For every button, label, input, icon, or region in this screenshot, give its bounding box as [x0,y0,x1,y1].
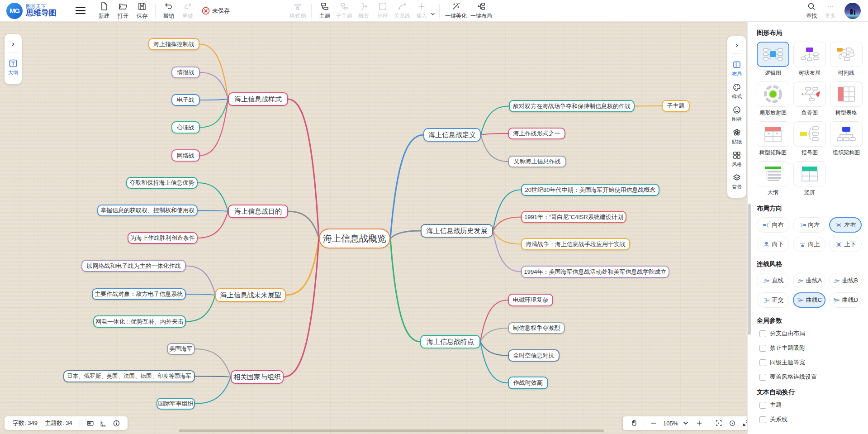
new-button[interactable]: 新建 [95,0,114,21]
redo-button[interactable]: 重做 [178,0,197,21]
chevron-down-icon[interactable] [430,11,436,17]
insert-button[interactable]: 插入 [412,0,431,21]
minimap-icon[interactable] [86,420,94,427]
mindmap-node-root[interactable]: 海上信息战概览 [319,229,390,248]
mindmap-node-future[interactable]: 海上信息战未来展望 [215,288,286,302]
info-icon[interactable] [113,420,120,427]
collapse-right-panel-icon[interactable]: › [735,40,738,52]
mindmap-node-o3[interactable]: 国际军事组织 [157,398,195,410]
outline-button[interactable]: 大纲 [8,56,18,79]
mindmap-node-net[interactable]: 网络战 [171,149,200,162]
line-curve-b-button[interactable]: 曲线B [829,273,862,288]
mindmap-node-d1[interactable]: 敌对双方在海战场争夺和保持制信息权的作战 [509,100,635,112]
mindmap-node-style[interactable]: 海上信息战样式 [228,92,288,106]
mindmap-node-c2[interactable]: 制信息权争夺激烈 [508,322,565,334]
frame-button[interactable]: 外框 [373,0,392,21]
panel-scrollbar-thumb[interactable] [748,204,751,335]
relation-line-button[interactable]: 关系线 [392,0,412,21]
mouse-mode-icon[interactable] [631,420,638,427]
mindmap-node-d3[interactable]: 又称海上信息作战 [508,156,566,167]
line-curve-d-button[interactable]: 曲线D [829,292,862,308]
menu-icon[interactable] [76,5,85,16]
checkbox-disable-topic-snap[interactable]: 禁止主题吸附 [759,344,862,352]
layout-tree-matrix[interactable]: 树型矩阵图 [757,121,789,157]
line-curve-a-button[interactable]: 曲线A [793,273,825,288]
layout-vertical-screen[interactable]: 竖屏 [793,161,826,196]
mindmap-node-p3[interactable]: 为海上作战胜利创造条件 [128,232,198,244]
mindmap-node-h4[interactable]: 1994年：美国海军信息战活动处和美军信息战学院成立 [521,266,669,278]
checkbox-wrap-relation-line[interactable]: 关系线 [759,415,862,424]
mindmap-node-p2[interactable]: 掌握信息的获取权、控制权和使用权 [97,205,198,216]
direction-both-button[interactable]: 左右 [829,217,862,233]
mindmap-node-f3[interactable]: 网电一体化：优势互补、内外夹击 [93,315,186,328]
layout-fishbone[interactable]: 鱼骨图 [793,81,826,117]
layout-org-chart[interactable]: 组织架构图 [830,121,863,157]
open-button[interactable]: 打开 [114,0,133,21]
mindmap-node-intel[interactable]: 情报战 [171,67,200,78]
sidebar-item-layout[interactable]: 布局 [732,57,742,80]
mindmap-node-psy[interactable]: 心理战 [171,121,200,134]
sidebar-item-background[interactable]: 背景 [732,171,742,193]
checkbox-override-style-lines[interactable]: 覆盖风格连线设置 [759,373,862,381]
beautify-button[interactable]: 一键美化 [443,0,469,21]
summary-button[interactable]: 概要 [354,0,373,21]
horizontal-scrollbar[interactable] [179,429,604,432]
format-brush-button[interactable]: 格式刷 [288,0,308,21]
mindmap-node-c3[interactable]: 全时空信息对抗 [508,349,560,362]
sidebar-item-stickers[interactable]: 贴纸 [732,125,742,148]
search-button[interactable]: 查找 [802,0,821,21]
mindmap-node-elec[interactable]: 电子战 [171,94,200,106]
zoom-chevron-icon[interactable] [682,420,689,427]
center-root-icon[interactable] [729,420,736,427]
zoom-out-icon[interactable] [650,420,657,427]
mindmap-node-org[interactable]: 相关国家与组织 [231,370,284,384]
mindmap-node-c4[interactable]: 作战时效高 [508,377,548,389]
subtopic-button[interactable]: 子主题 [334,0,354,21]
line-orthogonal-button[interactable]: 正交 [757,292,789,308]
zoom-in-icon[interactable] [696,420,703,427]
mindmap-node-h1[interactable]: 20世纪80年代中期：美国海军开始使用信息战概念 [521,184,659,196]
layout-outline-view[interactable]: 大纲 [757,161,789,196]
sidebar-item-icons[interactable]: 图标 [732,103,742,125]
auto-layout-button[interactable]: 一键布局 [469,0,494,21]
layout-fan-radial[interactable]: 扇形放射图 [757,81,789,117]
sidebar-item-theme[interactable]: 风格 [732,148,742,171]
mindmap-node-h2[interactable]: 1991年：“哥白尼”C4ISR系统建设计划 [521,211,626,223]
line-straight-button[interactable]: 直线 [757,273,789,288]
mindmap-node-h3[interactable]: 海湾战争：海上信息战手段应用于实战 [521,238,630,250]
checkbox-wrap-topic[interactable]: 主题 [759,401,862,409]
direction-down-button[interactable]: 向下 [757,237,789,252]
more-button[interactable]: 更多 [821,0,840,21]
sidebar-item-style[interactable]: 样式 [732,80,742,103]
checkbox-equal-width-siblings[interactable]: 同级主题等宽 [759,358,862,367]
mindmap-node-f1[interactable]: 以网络战和电子战为主的一体化作战 [81,260,186,272]
mindmap-node-cmd[interactable]: 海上指挥控制战 [148,38,199,50]
save-button[interactable]: 保存 [133,0,152,21]
fullscreen-icon[interactable] [742,420,747,427]
layout-tree[interactable]: 树状布局 [793,42,826,77]
ruler-icon[interactable] [100,420,107,427]
zoom-level[interactable]: 105% [663,420,678,427]
mindmap-node-o2[interactable]: 日本、俄罗斯、英国、法国、德国、印度等国海军 [63,370,195,382]
fit-screen-icon[interactable] [715,420,722,427]
layout-timeline[interactable]: 时间线 [830,42,863,77]
mindmap-node-char[interactable]: 海上信息战特点 [420,335,480,348]
undo-button[interactable]: 撤销 [159,0,178,21]
layout-tree-table[interactable]: 树型表格 [830,81,863,117]
direction-up-button[interactable]: 向上 [793,237,825,252]
direction-updown-button[interactable]: 上下 [829,237,862,252]
mindmap-node-def[interactable]: 海上信息战定义 [423,128,481,142]
layout-logic-diagram[interactable]: 逻辑图 [757,42,789,77]
mindmap-node-hist[interactable]: 海上信息战历史发展 [421,224,493,238]
mindmap-node-purpose[interactable]: 海上信息战目的 [228,205,288,218]
checkbox-free-branch-layout[interactable]: 分支自由布局 [759,329,862,338]
direction-right-button[interactable]: 向右 [757,217,789,233]
direction-left-button[interactable]: 向左 [793,217,825,233]
topic-button[interactable]: 主题 [315,0,334,21]
mindmap-node-o1[interactable]: 美国海军 [167,343,195,355]
mindmap-node-c1[interactable]: 电磁环境复杂 [508,294,553,306]
expand-left-panel-icon[interactable]: › [12,38,14,51]
line-curve-c-button[interactable]: 曲线C [793,292,825,308]
mindmap-node-f2[interactable]: 主要作战对象：敌方电子信息系统 [92,288,186,300]
mindmap-canvas[interactable]: 海上信息战概览海上信息战样式海上指挥控制战情报战电子战心理战网络战海上信息战目的… [0,22,747,434]
